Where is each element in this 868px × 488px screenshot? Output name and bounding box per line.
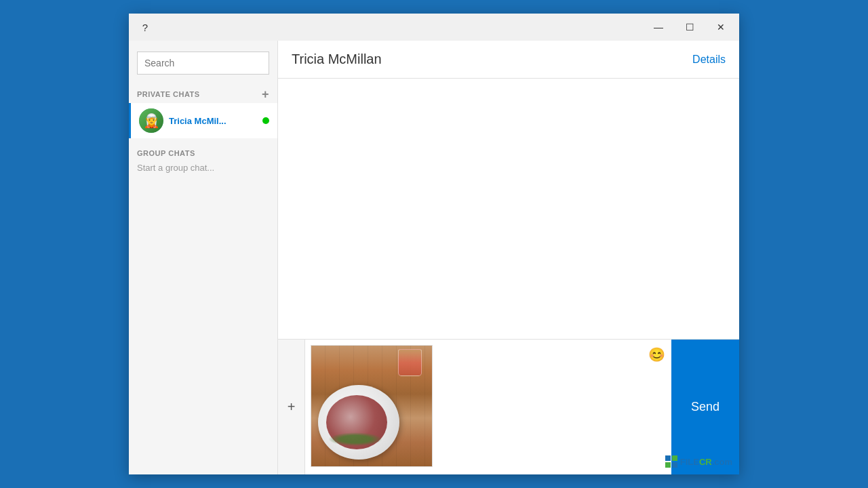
chat-header: Tricia McMillan Details bbox=[278, 41, 739, 79]
watermark-text: FILECR.com bbox=[680, 457, 732, 467]
chat-area: Tricia McMillan Details + 😊 bbox=[278, 41, 739, 474]
emoji-button[interactable]: 😊 bbox=[647, 345, 666, 364]
private-chats-label: PRIVATE CHATS bbox=[137, 90, 200, 98]
chat-contact-title: Tricia McMillan bbox=[292, 52, 692, 67]
search-input[interactable] bbox=[137, 52, 269, 75]
maximize-button[interactable]: ☐ bbox=[674, 16, 705, 38]
close-button[interactable]: ✕ bbox=[705, 16, 736, 38]
input-area: + 😊 Send bbox=[278, 339, 739, 474]
chat-item-tricia[interactable]: 🧝 Tricia McMil... bbox=[129, 103, 277, 138]
message-input-area[interactable]: 😊 bbox=[305, 340, 671, 474]
avatar-image: 🧝 bbox=[139, 108, 163, 133]
watermark: FILECR.com bbox=[665, 455, 732, 468]
chat-messages[interactable] bbox=[278, 79, 739, 339]
search-box[interactable] bbox=[137, 52, 269, 75]
app-window: ? — ☐ ✕ PRIVATE CHATS + 🧝 Tricia McMil..… bbox=[129, 14, 739, 474]
add-private-chat-button[interactable]: + bbox=[262, 88, 269, 100]
start-group-button[interactable]: Start a group chat... bbox=[137, 163, 269, 173]
contact-name-tricia: Tricia McMil... bbox=[169, 116, 262, 126]
group-chats-header: GROUP CHATS bbox=[137, 149, 269, 157]
garnish-shape bbox=[328, 432, 382, 446]
add-attachment-button[interactable]: + bbox=[278, 340, 305, 474]
send-button[interactable]: Send bbox=[671, 340, 739, 474]
help-button[interactable]: ? bbox=[134, 16, 156, 38]
watermark-icon bbox=[665, 455, 677, 468]
private-chats-header: PRIVATE CHATS + bbox=[129, 83, 277, 103]
group-chats-section: GROUP CHATS Start a group chat... bbox=[129, 138, 277, 176]
title-bar: ? — ☐ ✕ bbox=[129, 14, 739, 41]
image-preview bbox=[311, 345, 433, 467]
glass-shape bbox=[398, 349, 422, 376]
sidebar: PRIVATE CHATS + 🧝 Tricia McMil... GROUP … bbox=[129, 41, 278, 474]
details-link[interactable]: Details bbox=[692, 54, 726, 66]
main-content: PRIVATE CHATS + 🧝 Tricia McMil... GROUP … bbox=[129, 41, 739, 474]
online-status-indicator bbox=[262, 117, 269, 124]
avatar-tricia: 🧝 bbox=[139, 108, 163, 133]
minimize-button[interactable]: — bbox=[643, 16, 674, 38]
